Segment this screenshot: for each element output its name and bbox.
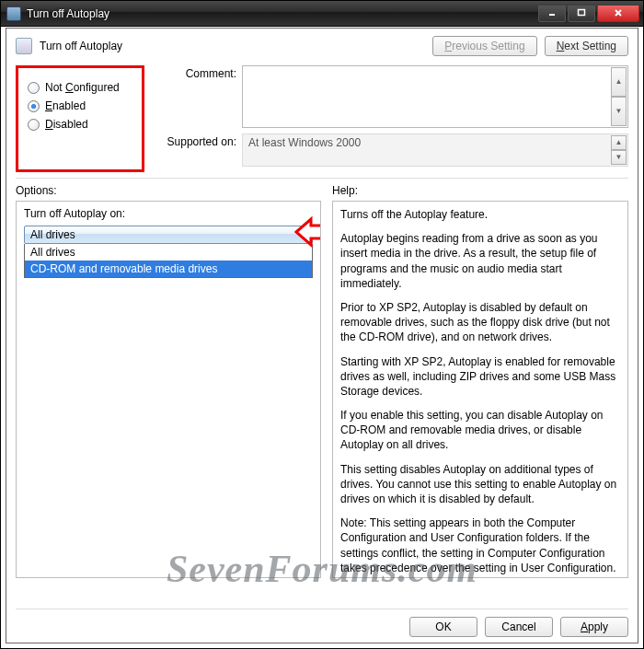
state-disabled[interactable]: Disabled — [28, 118, 132, 131]
cancel-button[interactable]: Cancel — [485, 617, 553, 637]
maximize-button[interactable] — [568, 6, 595, 22]
scroll-down-icon[interactable]: ▼ — [611, 150, 627, 165]
separator — [16, 178, 628, 179]
scroll-up-icon[interactable]: ▲ — [611, 67, 627, 97]
scroll-down-icon[interactable]: ▼ — [611, 97, 627, 126]
dialog-footer: OK Cancel Apply — [16, 608, 628, 637]
options-label: Options: — [16, 184, 321, 197]
help-paragraph: Prior to XP SP2, Autoplay is disabled by… — [340, 300, 620, 345]
window-title: Turn off Autoplay — [27, 7, 538, 20]
supported-value: At least Windows 2000 — [248, 136, 361, 149]
app-icon — [6, 6, 21, 21]
metadata-area: Comment: ▲ ▼ Supported on: At least Wind… — [154, 65, 628, 172]
dropdown-option[interactable]: CD-ROM and removable media drives — [25, 261, 312, 277]
help-paragraph: If you enable this setting, you can disa… — [340, 408, 620, 453]
radio-icon — [28, 119, 40, 131]
radio-label: Disabled — [45, 118, 88, 131]
options-pane: Turn off Autoplay on: All drives All dri… — [16, 201, 321, 578]
state-radio-group: Not Configured Enabled Disabled — [16, 65, 144, 172]
ok-button[interactable]: OK — [409, 617, 477, 637]
dropdown-option[interactable]: All drives — [25, 244, 312, 261]
help-paragraph: Turns off the Autoplay feature. — [340, 207, 620, 222]
autoplay-target-dropdown[interactable]: All drives — [24, 226, 313, 244]
radio-label: Not Configured — [45, 81, 120, 94]
comment-scroll[interactable]: ▲ ▼ — [611, 67, 627, 126]
apply-button[interactable]: Apply — [560, 617, 628, 637]
next-setting-button[interactable]: Next Setting — [545, 36, 628, 56]
comment-input[interactable]: ▲ ▼ — [242, 65, 628, 128]
panes: Turn off Autoplay on: All drives All dri… — [16, 201, 628, 578]
policy-icon — [16, 38, 32, 54]
dropdown-list[interactable]: All drives CD-ROM and removable media dr… — [24, 244, 313, 278]
help-label: Help: — [332, 184, 628, 197]
titlebar: Turn off Autoplay — [1, 1, 643, 27]
svg-rect-1 — [579, 9, 585, 15]
chevron-down-icon — [295, 228, 310, 241]
comment-label: Comment: — [154, 65, 236, 80]
supported-scroll[interactable]: ▲ ▼ — [611, 135, 627, 165]
dialog-header: Turn off Autoplay Previous Setting Next … — [16, 36, 628, 56]
help-pane: Turns off the Autoplay feature. Autoplay… — [332, 201, 628, 578]
pane-labels: Options: Help: — [16, 184, 628, 197]
state-enabled[interactable]: Enabled — [28, 99, 132, 112]
window-controls — [538, 6, 639, 22]
radio-icon — [28, 82, 40, 94]
minimize-button[interactable] — [538, 6, 566, 22]
option-title: Turn off Autoplay on: — [24, 207, 313, 220]
client-area: Turn off Autoplay Previous Setting Next … — [6, 28, 638, 643]
previous-setting-button[interactable]: Previous Setting — [432, 36, 536, 56]
help-paragraph: This setting disables Autoplay on additi… — [340, 462, 620, 507]
radio-icon — [28, 100, 40, 112]
help-paragraph: Note: This setting appears in both the C… — [340, 516, 620, 575]
help-paragraph: Starting with XP SP2, Autoplay is enable… — [340, 354, 620, 400]
scroll-up-icon[interactable]: ▲ — [611, 135, 627, 150]
close-button[interactable] — [597, 6, 639, 22]
state-not-configured[interactable]: Not Configured — [28, 81, 132, 94]
help-paragraph: Autoplay begins reading from a drive as … — [340, 231, 620, 291]
supported-label: Supported on: — [154, 133, 236, 148]
supported-text: At least Windows 2000 ▲ ▼ — [242, 133, 628, 167]
radio-label: Enabled — [45, 99, 86, 112]
dropdown-value: All drives — [30, 228, 75, 241]
top-config: Not Configured Enabled Disabled Comment:… — [16, 65, 628, 172]
policy-name: Turn off Autoplay — [40, 40, 425, 52]
svg-marker-4 — [299, 232, 307, 238]
